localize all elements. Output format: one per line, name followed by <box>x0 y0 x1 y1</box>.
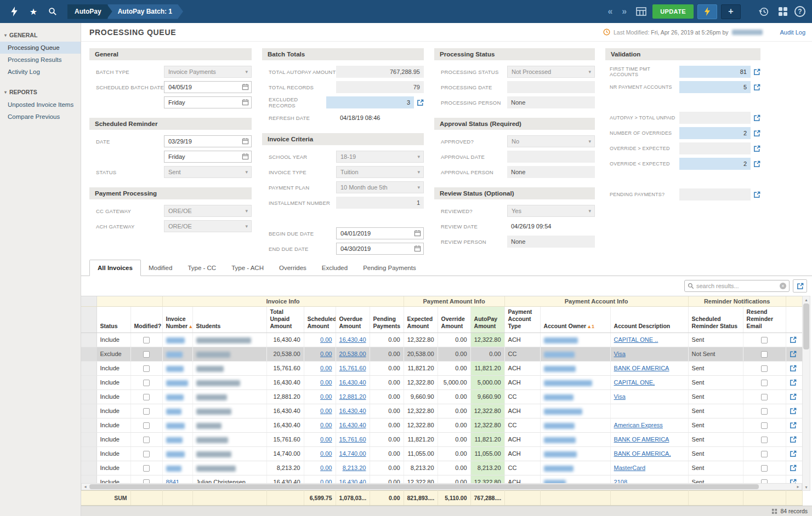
tab-overrides[interactable]: Overrides <box>271 260 314 276</box>
audit-log-link[interactable]: Audit Log <box>780 29 805 36</box>
open-row-icon[interactable] <box>790 393 799 400</box>
horizontal-scrollbar[interactable]: ◂ ▸ <box>81 483 802 490</box>
modified-checkbox[interactable] <box>143 465 150 472</box>
col-header-payment-account-type[interactable]: Payment Account Type <box>504 306 540 332</box>
calendar-icon[interactable] <box>414 245 421 252</box>
scroll-left-button[interactable]: ◂ <box>82 484 89 490</box>
row-gutter[interactable] <box>81 361 96 375</box>
begin-due-date-field[interactable]: 04/01/2019 <box>336 227 424 239</box>
sidebar-item-activity-log[interactable]: Activity Log <box>0 66 81 78</box>
invoice-type-field[interactable]: Tuition▾ <box>336 166 424 178</box>
amount-link[interactable]: 0.00 <box>320 393 332 400</box>
col-header-autopay-amount[interactable]: AutoPay Amount <box>470 306 504 332</box>
amount-link[interactable]: 12,881.20 <box>339 393 366 400</box>
open-row-icon[interactable] <box>790 422 799 429</box>
resend-reminder-checkbox[interactable] <box>761 465 768 472</box>
reviewed-field[interactable]: Yes▾ <box>507 205 595 217</box>
breadcrumb-page[interactable]: AutoPay Batch: 1 <box>108 4 183 19</box>
col-header-students[interactable]: Students <box>192 306 266 332</box>
resend-reminder-checkbox[interactable] <box>761 422 768 429</box>
batch-type-field[interactable]: Invoice Payments▾ <box>164 66 252 78</box>
resend-reminder-checkbox[interactable] <box>761 408 768 415</box>
quick-process-bolt-button[interactable] <box>697 4 717 19</box>
global-search-icon[interactable] <box>45 4 60 19</box>
account-description-link[interactable]: CAPITAL ONE, <box>614 379 655 386</box>
col-header-modified[interactable]: Modified? <box>130 306 162 332</box>
sidebar-section-reports[interactable]: ▾REPORTS <box>0 85 81 99</box>
amount-link[interactable]: 20,538.00 <box>339 351 366 357</box>
open-details-icon[interactable] <box>417 99 424 106</box>
col-header-pending-payments[interactable]: Pending Payments <box>370 306 404 332</box>
value-field[interactable]: Friday <box>164 96 252 108</box>
app-logo-icon[interactable] <box>7 4 22 19</box>
vertical-scrollbar[interactable]: ▴ ▾ <box>802 296 810 491</box>
amount-link[interactable]: 0.00 <box>320 351 332 357</box>
amount-link[interactable]: 14,740.00 <box>339 450 366 457</box>
value-field[interactable]: Friday <box>164 151 252 163</box>
update-button[interactable]: UPDATE <box>652 4 694 19</box>
modified-checkbox[interactable] <box>143 437 150 443</box>
favorites-star-icon[interactable]: ★ <box>26 4 41 19</box>
col-header-invoice-number[interactable]: Invoice Number▲2 <box>162 306 192 332</box>
date-field[interactable]: 03/29/19 <box>164 135 252 147</box>
tab-pending-payments[interactable]: Pending Payments <box>355 260 424 276</box>
breadcrumb-module[interactable]: AutoPay <box>67 4 112 19</box>
modified-checkbox[interactable] <box>143 394 150 400</box>
open-details-icon[interactable] <box>753 130 760 137</box>
amount-link[interactable]: 16,430.40 <box>339 379 366 386</box>
scroll-down-button[interactable]: ▾ <box>803 484 810 490</box>
resend-reminder-checkbox[interactable] <box>761 380 768 386</box>
resend-reminder-checkbox[interactable] <box>761 451 768 457</box>
row-gutter[interactable] <box>81 404 96 418</box>
modified-checkbox[interactable] <box>143 408 150 415</box>
row-gutter[interactable] <box>81 418 96 432</box>
row-gutter[interactable] <box>81 475 96 483</box>
open-details-icon[interactable] <box>753 145 760 152</box>
resend-reminder-checkbox[interactable] <box>761 437 768 443</box>
account-description-link[interactable]: BANK OF AMERICA <box>614 436 669 443</box>
clear-search-icon[interactable]: × <box>780 283 786 289</box>
amount-link[interactable]: 16,430.40 <box>339 336 366 343</box>
open-row-icon[interactable] <box>790 379 799 386</box>
resend-reminder-checkbox[interactable] <box>761 337 768 343</box>
row-gutter[interactable] <box>81 375 96 389</box>
sidebar-item-processing-queue[interactable]: Processing Queue <box>0 42 81 54</box>
col-header-account-description[interactable]: Account Description <box>610 306 688 332</box>
cc-gateway-field[interactable]: ORE/OE▾ <box>164 205 252 217</box>
add-button[interactable]: + <box>721 4 741 19</box>
open-details-icon[interactable] <box>753 160 760 168</box>
processing-status-field[interactable]: Not Processed▾ <box>507 66 595 78</box>
open-details-icon[interactable] <box>753 68 760 76</box>
scroll-up-button[interactable]: ▴ <box>803 296 810 303</box>
payment-plan-field[interactable]: 10 Month due 5th▾ <box>336 181 424 193</box>
col-header-account-owner[interactable]: Account Owner▲1 <box>540 306 610 332</box>
open-row-icon[interactable] <box>790 465 799 472</box>
row-gutter[interactable] <box>81 432 96 446</box>
amount-link[interactable]: 15,761.60 <box>339 365 366 371</box>
row-gutter[interactable] <box>81 347 96 361</box>
tab-type-ach[interactable]: Type - ACH <box>224 260 271 276</box>
account-description-link[interactable]: 2108 <box>614 479 627 483</box>
row-gutter[interactable] <box>81 446 96 461</box>
amount-link[interactable]: 16,430.40 <box>339 422 366 428</box>
calendar-icon[interactable] <box>242 153 249 160</box>
amount-link[interactable]: 0.00 <box>320 479 332 483</box>
approved-field[interactable]: No▾ <box>507 135 595 147</box>
app-switcher-icon[interactable] <box>775 4 791 19</box>
amount-link[interactable]: 0.00 <box>320 379 332 386</box>
modified-checkbox[interactable] <box>143 479 150 483</box>
status-field[interactable]: Sent▾ <box>164 166 252 178</box>
expand-right-icon[interactable]: » <box>619 7 629 16</box>
tab-all-invoices[interactable]: All Invoices <box>89 260 141 276</box>
open-row-icon[interactable] <box>790 351 799 358</box>
resend-reminder-checkbox[interactable] <box>761 394 768 400</box>
account-description-link[interactable]: BANK OF AMERICA <box>614 365 669 371</box>
vertical-scroll-thumb[interactable] <box>803 303 809 349</box>
resend-reminder-checkbox[interactable] <box>761 351 768 358</box>
open-details-icon[interactable] <box>753 191 760 198</box>
col-header-resend-reminder-email[interactable]: Resend Reminder Email <box>743 306 786 332</box>
calendar-icon[interactable] <box>242 83 249 90</box>
open-row-icon[interactable] <box>790 336 799 343</box>
help-icon[interactable]: ? <box>794 6 805 17</box>
account-description-link[interactable]: MasterCard <box>614 465 645 471</box>
